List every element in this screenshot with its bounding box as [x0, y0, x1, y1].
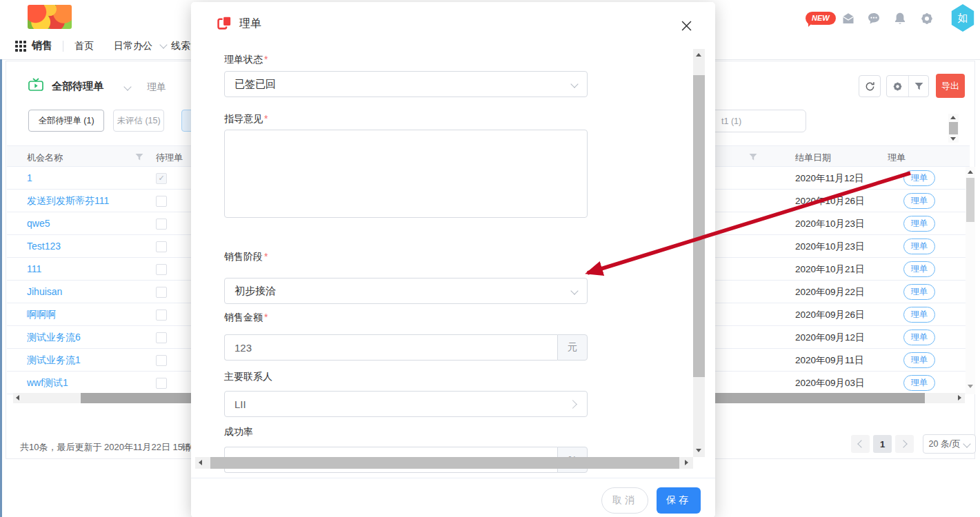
pending-checkbox[interactable] — [156, 310, 167, 321]
modal-close-button[interactable] — [678, 17, 694, 34]
row-action-button[interactable]: 理单 — [903, 330, 935, 345]
nav-item-home[interactable]: 首页 — [74, 40, 94, 52]
scroll-down-arrow-icon[interactable] — [968, 385, 973, 388]
modal-footer: 取消 保存 — [191, 478, 715, 517]
chip-all-pending[interactable]: 全部待理单 (1) — [28, 110, 104, 132]
user-avatar[interactable]: 如 — [950, 4, 975, 32]
pending-checkbox[interactable] — [156, 287, 167, 298]
contact-select[interactable]: LII — [224, 391, 588, 417]
opportunity-link[interactable]: wwf测试1 — [27, 377, 68, 389]
amount-input-group: 元 — [224, 334, 588, 361]
scroll-right-arrow-icon[interactable] — [685, 460, 688, 465]
apps-grid-icon[interactable] — [15, 41, 26, 52]
gear-icon[interactable] — [920, 12, 934, 26]
row-action-button[interactable]: 理单 — [903, 375, 935, 391]
chip-not-evaluated[interactable]: 未评估 (15) — [113, 110, 164, 132]
row-action-button[interactable]: 理单 — [903, 170, 935, 186]
guidance-textarea[interactable] — [224, 130, 588, 218]
opportunity-link[interactable]: 啊啊啊 — [27, 309, 56, 321]
nav-module-name[interactable]: 销售 — [32, 39, 52, 52]
refresh-button[interactable] — [859, 75, 881, 97]
opportunity-link[interactable]: 1 — [27, 172, 32, 183]
opportunity-link[interactable]: 测试业务流1 — [27, 354, 81, 367]
company-logo[interactable] — [28, 5, 72, 29]
opportunity-link[interactable]: 111 — [27, 263, 41, 274]
pending-checkbox[interactable] — [156, 241, 167, 252]
chips-scrollbar[interactable] — [948, 114, 959, 143]
pending-checkbox[interactable] — [156, 219, 167, 230]
field-label-guidance: 指导意见* — [224, 113, 268, 125]
chevron-left-icon — [857, 440, 865, 447]
next-page-button[interactable] — [895, 435, 914, 453]
opportunity-link[interactable]: 测试业务流6 — [27, 332, 81, 344]
nav-divider — [63, 41, 63, 52]
scroll-up-arrow-icon[interactable] — [950, 116, 956, 119]
col-header-opportunity-name: 机会名称 — [27, 152, 63, 164]
modal-vertical-scrollbar[interactable] — [693, 49, 705, 457]
page-size-select[interactable]: 20 条/页 — [923, 434, 976, 454]
clipped-summary-text: 销 — [181, 441, 190, 454]
table-vertical-scrollbar[interactable] — [966, 167, 975, 394]
refresh-icon — [865, 81, 875, 92]
export-button[interactable]: 导出 — [936, 74, 965, 98]
scroll-left-arrow-icon[interactable] — [199, 460, 202, 465]
modal-hscrollbar-thumb[interactable] — [210, 457, 679, 469]
row-action-button[interactable]: 理单 — [903, 261, 935, 277]
opportunity-link[interactable]: Jihuisan — [27, 286, 62, 297]
chip-t1[interactable]: t1 (1) — [704, 110, 806, 132]
view-tv-icon — [28, 78, 43, 92]
row-action-button[interactable]: 理单 — [903, 284, 935, 300]
close-date: 2020年10月21日 — [795, 263, 865, 276]
required-asterisk: * — [264, 251, 268, 262]
modal-vscrollbar-thumb[interactable] — [693, 75, 705, 377]
column-gear-icon[interactable] — [892, 81, 903, 92]
modal-horizontal-scrollbar[interactable] — [195, 457, 693, 469]
scroll-up-arrow-icon[interactable] — [696, 53, 701, 57]
chevron-down-icon — [570, 80, 578, 88]
chat-icon[interactable] — [867, 12, 881, 26]
row-action-button[interactable]: 理单 — [903, 239, 935, 254]
scroll-down-arrow-icon[interactable] — [950, 137, 956, 141]
close-date: 2020年09月03日 — [795, 377, 865, 389]
nav-item-daily-office[interactable]: 日常办公 — [114, 40, 166, 52]
filter-funnel-icon[interactable] — [749, 153, 757, 161]
required-asterisk: * — [264, 312, 268, 323]
scroll-down-arrow-icon[interactable] — [696, 449, 701, 452]
chips-scrollbar-thumb[interactable] — [949, 122, 958, 134]
status-select[interactable]: 已签已回 — [224, 71, 588, 97]
pending-checkbox[interactable] — [156, 332, 167, 343]
view-title-caret-icon[interactable] — [123, 83, 131, 90]
pending-checkbox[interactable] — [156, 378, 167, 389]
contact-value: LII — [234, 398, 246, 410]
scroll-up-arrow-icon[interactable] — [968, 170, 973, 174]
scroll-right-arrow-icon[interactable] — [958, 395, 961, 401]
scroll-left-arrow-icon[interactable] — [16, 395, 19, 401]
pending-checkbox[interactable]: ✓ — [156, 173, 167, 184]
row-action-button[interactable]: 理单 — [903, 307, 935, 323]
cancel-button[interactable]: 取消 — [601, 487, 648, 514]
prev-page-button[interactable] — [851, 435, 870, 453]
opportunity-link[interactable]: 发送到发斯蒂芬111 — [27, 195, 109, 207]
bell-icon[interactable] — [893, 12, 907, 26]
record-summary: 共10条，最后更新于 2020年11月22日 15:50 — [20, 441, 195, 454]
row-action-button[interactable]: 理单 — [903, 193, 935, 209]
amount-input[interactable] — [224, 334, 557, 361]
view-title[interactable]: 全部待理单 — [52, 80, 103, 93]
current-page[interactable]: 1 — [873, 435, 892, 453]
new-badge: NEW — [806, 12, 836, 25]
table-settings-button-group[interactable] — [886, 75, 929, 97]
filter-funnel-icon[interactable] — [135, 153, 143, 161]
pending-checkbox[interactable] — [156, 264, 167, 275]
opportunity-link[interactable]: Test123 — [27, 241, 61, 252]
pending-checkbox[interactable] — [156, 355, 167, 366]
save-button[interactable]: 保存 — [657, 487, 701, 514]
stage-select[interactable]: 初步接洽 — [224, 278, 588, 304]
opportunity-link[interactable]: qwe5 — [27, 218, 50, 229]
stage-select-value: 初步接洽 — [234, 285, 276, 298]
mail-icon[interactable] — [841, 12, 855, 26]
filter-funnel-icon[interactable] — [914, 82, 923, 91]
row-action-button[interactable]: 理单 — [903, 216, 935, 232]
row-action-button[interactable]: 理单 — [903, 352, 935, 368]
pending-checkbox[interactable] — [156, 196, 167, 207]
table-vscrollbar-thumb[interactable] — [966, 178, 974, 222]
